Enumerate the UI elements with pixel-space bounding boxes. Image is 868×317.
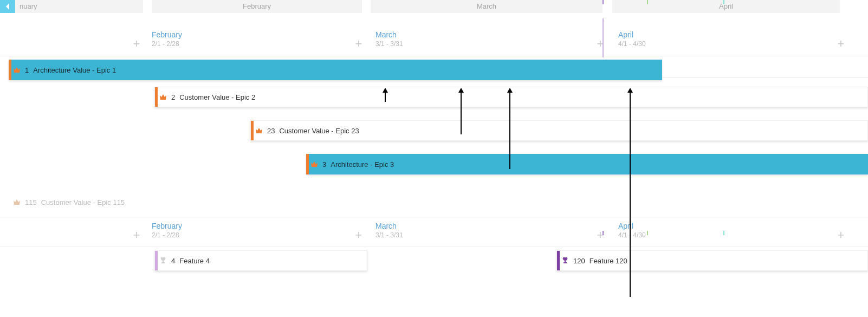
dependency-arrow-line — [509, 92, 510, 169]
dependency-arrow-line — [385, 92, 386, 102]
dependency-arrows — [0, 0, 868, 317]
dependency-arrow-head — [627, 88, 633, 93]
dependency-arrow-line — [461, 92, 462, 134]
dependency-arrow-head — [458, 88, 464, 93]
dependency-arrow-line — [630, 92, 631, 297]
timeline-nav-back-button[interactable] — [0, 0, 15, 13]
chevron-left-icon — [5, 3, 10, 10]
dependency-arrow-head — [507, 88, 513, 93]
dependency-arrow-head — [383, 88, 388, 93]
